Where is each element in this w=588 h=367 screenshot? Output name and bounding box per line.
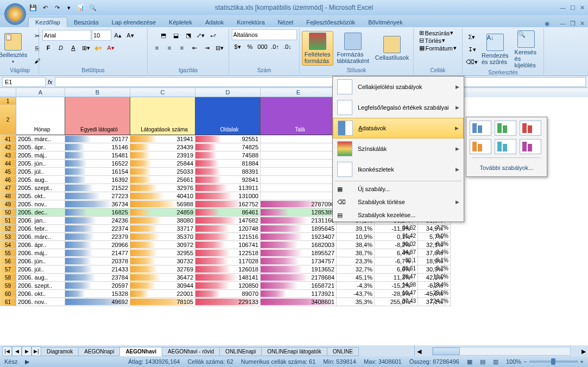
cell[interactable]: 22379	[65, 233, 130, 241]
cell[interactable]: 30972	[130, 241, 195, 249]
tab-first-icon[interactable]: |◀	[2, 346, 12, 356]
view-layout-icon[interactable]: ▤	[480, 358, 485, 365]
cell[interactable]: 36734	[65, 200, 130, 208]
cell[interactable]: 32769	[130, 265, 195, 274]
minimize-icon[interactable]: —	[560, 4, 566, 11]
col-header[interactable]	[0, 88, 16, 97]
cell[interactable]	[261, 151, 337, 160]
zoom-out-icon[interactable]: −	[523, 358, 527, 365]
cell[interactable]: 147682	[195, 217, 261, 225]
cell[interactable]: 30732	[130, 257, 195, 265]
row-header[interactable]: 55	[0, 249, 16, 257]
cell[interactable]: 45,1%	[337, 274, 375, 282]
cell[interactable]: 2131166	[261, 217, 337, 225]
row-header[interactable]: 45	[0, 168, 16, 176]
cell[interactable]: 92841	[195, 176, 261, 184]
cell[interactable]: 16522	[65, 160, 130, 168]
cell[interactable]: 20177	[65, 135, 130, 143]
ribbon-tab-adatok[interactable]: Adatok	[199, 17, 230, 27]
cell[interactable]: 2005. jún..	[16, 160, 65, 168]
fill-icon[interactable]: ↧▾	[466, 43, 478, 55]
macro-record-icon[interactable]: ▶	[25, 358, 29, 365]
sheet-tab[interactable]: AEGONhavi - rövid	[162, 347, 220, 356]
cell[interactable]: 120850	[195, 282, 261, 290]
cell[interactable]: 21433	[65, 265, 130, 274]
cell[interactable]: 92551	[195, 135, 261, 143]
sheet-tab[interactable]: ONLINEnapi	[219, 347, 262, 356]
cell[interactable]: 2006. júl..	[16, 265, 65, 274]
sheet-tab[interactable]: AEGONnapi	[78, 347, 120, 356]
cell[interactable]: 2005. szept..	[16, 184, 65, 192]
cell[interactable]: 148141	[195, 274, 261, 282]
align-top-icon[interactable]: ⬒	[157, 29, 169, 41]
cell[interactable]: 25661	[130, 176, 195, 184]
cell[interactable]: 126018	[195, 265, 261, 274]
cell[interactable]: -43,7%	[337, 290, 375, 298]
databar-purple[interactable]	[520, 139, 541, 154]
cell[interactable]: 2005. okt..	[16, 192, 65, 200]
view-pagebreak-icon[interactable]: ▥	[493, 358, 498, 365]
cell[interactable]: 2005. ápr..	[16, 143, 65, 151]
cell[interactable]: 32955	[130, 249, 195, 257]
cell[interactable]: 15481	[65, 151, 130, 160]
mdi-minimize-icon[interactable]: —	[560, 20, 566, 27]
row-header[interactable]: 48	[0, 192, 16, 200]
cell[interactable]: 32,7%	[337, 265, 375, 274]
tab-prev-icon[interactable]: ◀	[12, 346, 22, 356]
tab-next-icon[interactable]: ▶	[22, 346, 31, 356]
merge-icon[interactable]: ⊟▾	[213, 42, 225, 54]
row-header[interactable]: 41	[0, 135, 16, 143]
cell[interactable]: 38080	[130, 217, 195, 225]
fx-icon[interactable]: fx	[48, 79, 53, 85]
cell[interactable]: 56988	[130, 200, 195, 208]
cell[interactable]	[261, 192, 337, 200]
row-header[interactable]: 43	[0, 151, 16, 160]
cell[interactable]: 1895527	[261, 249, 337, 257]
paste-button[interactable]: 📋Beillesztés▾	[0, 32, 29, 65]
row-header[interactable]: 60	[0, 290, 16, 298]
cell[interactable]: 121516	[195, 233, 261, 241]
cell[interactable]: 33717	[130, 225, 195, 233]
row-header[interactable]: 50	[0, 208, 16, 217]
horizontal-scrollbar[interactable]: ◀▶	[414, 345, 588, 357]
orientation-icon[interactable]: ⤢▾	[195, 29, 207, 41]
cell[interactable]: 122518	[195, 249, 261, 257]
zoom-level[interactable]: 100%	[506, 358, 521, 365]
cell[interactable]: 2006. jún..	[16, 257, 65, 265]
cell[interactable]: 1682003	[261, 241, 337, 249]
row-header[interactable]: 46	[0, 176, 16, 184]
cell[interactable]: 131000	[195, 192, 261, 200]
row-header[interactable]: 61	[0, 298, 16, 306]
ribbon-tab-beszúrás[interactable]: Beszúrás	[67, 17, 105, 27]
shrink-font-icon[interactable]: A▾	[124, 29, 136, 41]
dec-dec-icon[interactable]: .0↓	[282, 41, 294, 53]
align-right-icon[interactable]: ≡	[176, 42, 188, 54]
cell[interactable]: 74588	[195, 151, 261, 160]
cell[interactable]: 22001	[130, 290, 195, 298]
ribbon-tab-nézet[interactable]: Nézet	[271, 17, 300, 27]
indent-dec-icon[interactable]: ⇤	[188, 42, 200, 54]
top-bottom-rules-item[interactable]: Legfelső/legalsó értékek szabályai▶	[333, 97, 464, 118]
cell[interactable]: 35370	[130, 233, 195, 241]
color-scales-item[interactable]: Színskálák▶	[333, 138, 464, 159]
print-preview-icon[interactable]: 🔍	[88, 3, 98, 12]
cell[interactable]: 23439	[130, 143, 195, 151]
cell[interactable]: 20597	[65, 282, 130, 290]
cell[interactable]: 15146	[65, 143, 130, 151]
databar-green[interactable]	[495, 121, 516, 136]
row-header[interactable]: 57	[0, 265, 16, 274]
font-color-icon[interactable]: A▾	[105, 42, 117, 54]
office-button[interactable]	[4, 3, 26, 25]
indent-inc-icon[interactable]: ⇥	[201, 42, 213, 54]
cell[interactable]: 89070	[195, 290, 261, 298]
col-header[interactable]: D	[195, 88, 261, 97]
align-center-icon[interactable]: ≡	[163, 42, 175, 54]
cell[interactable]: 38,7%	[337, 249, 375, 257]
sheet-tab[interactable]: ONLINE	[327, 347, 359, 356]
redo-icon[interactable]: ↷	[52, 3, 62, 12]
number-format-combo[interactable]	[232, 29, 297, 40]
cell[interactable]: 86461	[195, 208, 261, 217]
undo-icon[interactable]: ↶	[40, 3, 50, 12]
cell[interactable]	[261, 184, 337, 192]
delete-cells-button[interactable]: ⊟ Törlés ▾	[419, 37, 445, 44]
